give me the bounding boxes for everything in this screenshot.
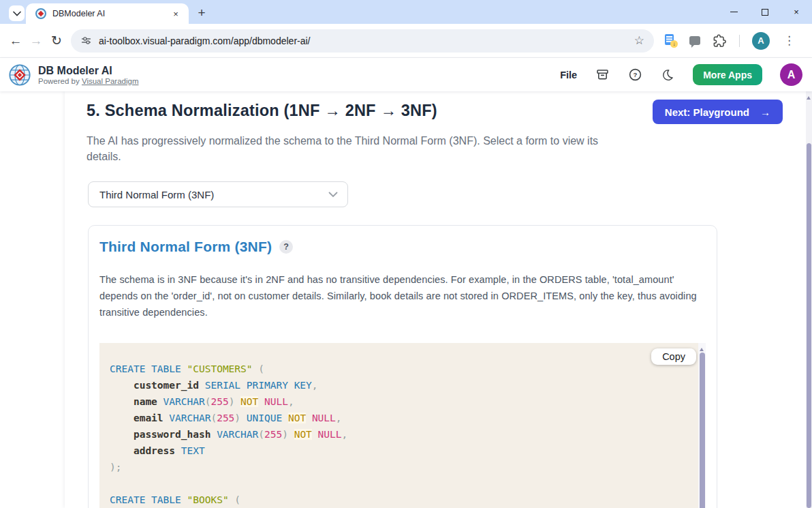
window-controls: × — [718, 0, 812, 24]
powered-by: Powered by Visual Paradigm — [38, 77, 138, 85]
section-header: 5. Schema Normalization (1NF → 2NF → 3NF… — [65, 91, 806, 124]
minimize-button[interactable] — [718, 0, 749, 24]
chevron-down-icon — [328, 192, 338, 198]
card-description: The schema is in 3NF because it's in 2NF… — [99, 271, 706, 320]
close-tab-button[interactable]: × — [170, 8, 182, 20]
maximize-button[interactable] — [749, 0, 781, 24]
card-title: Third Normal Form (3NF) — [99, 239, 272, 255]
help-icon[interactable]: ? — [627, 68, 642, 83]
globe-favicon — [35, 8, 46, 19]
section-description: The AI has progressively normalized the … — [87, 133, 616, 164]
archive-icon[interactable] — [595, 68, 610, 83]
visual-paradigm-link[interactable]: Visual Paradigm — [82, 77, 139, 85]
browser-tab[interactable]: DBModeler AI × — [26, 3, 189, 24]
minimize-icon — [730, 12, 738, 12]
browser-titlebar: DBModeler AI × + × — [0, 0, 812, 24]
new-tab-button[interactable]: + — [193, 4, 210, 22]
chevron-down-icon — [13, 11, 21, 16]
page-content: 5. Schema Normalization (1NF → 2NF → 3NF… — [0, 91, 812, 508]
select-value: Third Normal Form (3NF) — [99, 189, 328, 200]
site-settings-icon[interactable] — [80, 35, 92, 46]
header-actions: File ? More Apps A — [560, 63, 812, 86]
card-title-row: Third Normal Form (3NF) ? — [99, 239, 706, 255]
next-playground-button[interactable]: Next: Playground → — [653, 100, 783, 124]
question-badge-icon[interactable]: ? — [279, 240, 293, 254]
copy-button[interactable]: Copy — [651, 348, 696, 365]
toolbar-actions: ↓ A ⋮ — [665, 32, 802, 50]
extensions-icon[interactable] — [713, 33, 727, 48]
user-avatar[interactable]: A — [780, 63, 802, 86]
reading-list-icon[interactable]: ↓ — [665, 34, 677, 47]
powered-by-prefix: Powered by — [38, 77, 82, 85]
tab-search-button[interactable] — [9, 5, 25, 21]
sql-code-block: CREATE TABLE "CUSTOMERS" ( customer_id S… — [99, 343, 706, 508]
scroll-up-arrow-icon[interactable] — [807, 94, 811, 100]
code-scrollbar[interactable] — [698, 343, 706, 508]
normal-form-select[interactable]: Third Normal Form (3NF) — [88, 181, 348, 207]
browser-profile-avatar[interactable]: A — [752, 32, 770, 50]
menu-dots-icon[interactable]: ⋮ — [782, 33, 802, 48]
code-scrollbar-thumb[interactable] — [700, 353, 705, 508]
browser-toolbar: ← → ↻ ai-toolbox.visual-paradigm.com/app… — [0, 24, 812, 58]
toolbar-divider — [739, 35, 740, 47]
tab-title: DBModeler AI — [52, 9, 170, 18]
close-window-button[interactable]: × — [781, 0, 812, 24]
more-apps-button[interactable]: More Apps — [693, 64, 762, 85]
bookmark-star-icon[interactable]: ☆ — [631, 33, 647, 48]
page-title: 5. Schema Normalization (1NF → 2NF → 3NF… — [87, 100, 437, 120]
app-title: DB Modeler AI — [38, 65, 138, 77]
globe-logo-icon — [8, 63, 31, 87]
file-menu[interactable]: File — [560, 70, 577, 80]
page-scrollbar-thumb[interactable] — [807, 143, 811, 508]
download-badge: ↓ — [670, 40, 678, 48]
brand-block: DB Modeler AI Powered by Visual Paradigm — [38, 65, 138, 85]
back-button[interactable]: ← — [5, 31, 26, 51]
next-button-label: Next: Playground — [665, 106, 749, 118]
moon-icon[interactable] — [660, 68, 675, 83]
svg-text:?: ? — [633, 71, 637, 78]
url-bar[interactable]: ai-toolbox.visual-paradigm.com/app/dbmod… — [71, 29, 654, 53]
app-header: DB Modeler AI Powered by Visual Paradigm… — [0, 58, 812, 91]
forward-button[interactable]: → — [26, 31, 46, 51]
scroll-up-arrow-icon[interactable] — [700, 346, 704, 351]
page-scrollbar[interactable] — [806, 91, 812, 508]
reload-button[interactable]: ↻ — [46, 31, 67, 51]
sql-code[interactable]: CREATE TABLE "CUSTOMERS" ( customer_id S… — [99, 343, 706, 508]
comment-icon[interactable] — [689, 36, 700, 45]
url-text[interactable]: ai-toolbox.visual-paradigm.com/app/dbmod… — [99, 35, 631, 46]
arrow-right-icon: → — [760, 106, 770, 118]
main-panel: 5. Schema Normalization (1NF → 2NF → 3NF… — [65, 91, 806, 508]
normal-form-card: Third Normal Form (3NF) ? The schema is … — [88, 225, 717, 508]
maximize-icon — [762, 9, 768, 16]
